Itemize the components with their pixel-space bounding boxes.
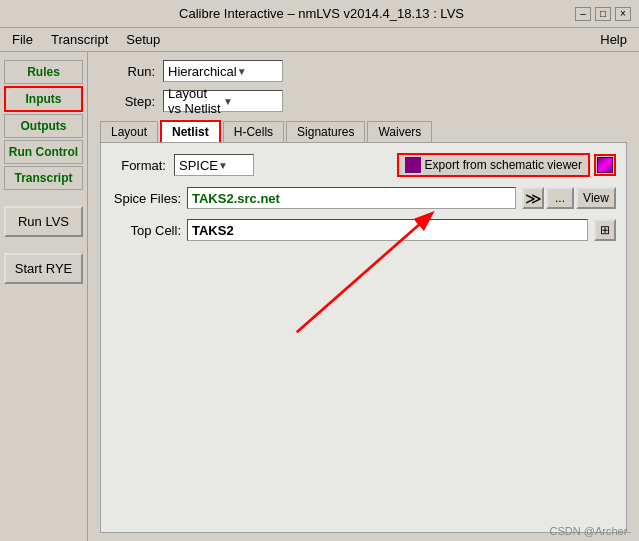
spice-browse-button[interactable]: ... xyxy=(546,187,574,209)
start-rye-button[interactable]: Start RYE xyxy=(4,253,83,284)
run-value: Hierarchical xyxy=(168,64,237,79)
sidebar: Rules Inputs Outputs Run Control Transcr… xyxy=(0,52,88,541)
step-select[interactable]: Layout vs Netlist ▼ xyxy=(163,90,283,112)
tab-netlist[interactable]: Netlist xyxy=(160,120,221,142)
export-img-inner xyxy=(597,157,613,173)
sidebar-item-inputs[interactable]: Inputs xyxy=(4,86,83,112)
menu-items: File Transcript Setup xyxy=(4,30,168,49)
restore-button[interactable]: □ xyxy=(595,7,611,21)
minimize-button[interactable]: – xyxy=(575,7,591,21)
tab-hcells[interactable]: H-Cells xyxy=(223,121,284,142)
spice-input[interactable] xyxy=(187,187,516,209)
format-row: Format: SPICE ▼ Export from schematic vi… xyxy=(111,153,616,177)
sidebar-separator xyxy=(4,192,83,200)
export-group: Export from schematic viewer xyxy=(397,153,616,177)
tab-layout[interactable]: Layout xyxy=(100,121,158,142)
annotation-arrow xyxy=(251,193,471,343)
spice-row: Spice Files: ≫ ... View xyxy=(111,187,616,209)
sidebar-item-transcript[interactable]: Transcript xyxy=(4,166,83,190)
main-layout: Rules Inputs Outputs Run Control Transcr… xyxy=(0,52,639,541)
run-label: Run: xyxy=(100,64,155,79)
tab-waivers[interactable]: Waivers xyxy=(367,121,432,142)
step-label: Step: xyxy=(100,94,155,109)
format-left: Format: SPICE ▼ xyxy=(111,154,254,176)
format-value: SPICE xyxy=(179,158,218,173)
topcell-browse-button[interactable]: ⊞ xyxy=(594,219,616,241)
menu-file[interactable]: File xyxy=(4,30,41,49)
tab-bar: Layout Netlist H-Cells Signatures Waiver… xyxy=(100,120,627,142)
menu-bar: File Transcript Setup Help xyxy=(0,28,639,52)
export-schematic-icon xyxy=(405,157,421,173)
menu-setup[interactable]: Setup xyxy=(118,30,168,49)
sidebar-item-run-control[interactable]: Run Control xyxy=(4,140,83,164)
spice-controls: ≫ ... View xyxy=(522,187,616,209)
window-title: Calibre Interactive – nmLVS v2014.4_18.1… xyxy=(68,6,575,21)
run-lvs-button[interactable]: Run LVS xyxy=(4,206,83,237)
spice-view-button[interactable]: View xyxy=(576,187,616,209)
window-controls[interactable]: – □ × xyxy=(575,7,631,21)
content-area: Run: Hierarchical ▼ Step: Layout vs Netl… xyxy=(88,52,639,541)
run-row: Run: Hierarchical ▼ xyxy=(100,60,627,82)
export-img-button[interactable] xyxy=(594,154,616,176)
title-bar: Calibre Interactive – nmLVS v2014.4_18.1… xyxy=(0,0,639,28)
close-button[interactable]: × xyxy=(615,7,631,21)
run-select[interactable]: Hierarchical ▼ xyxy=(163,60,283,82)
tab-signatures[interactable]: Signatures xyxy=(286,121,365,142)
sidebar-item-rules[interactable]: Rules xyxy=(4,60,83,84)
step-row: Step: Layout vs Netlist ▼ xyxy=(100,90,627,112)
tab-panel-netlist: Format: SPICE ▼ Export from schematic vi… xyxy=(100,142,627,533)
menu-transcript[interactable]: Transcript xyxy=(43,30,116,49)
sidebar-item-outputs[interactable]: Outputs xyxy=(4,114,83,138)
format-select[interactable]: SPICE ▼ xyxy=(174,154,254,176)
watermark: CSDN @Archer- xyxy=(550,525,631,537)
topcell-row: Top Cell: ⊞ xyxy=(111,219,616,241)
step-value: Layout vs Netlist xyxy=(168,86,223,116)
export-button[interactable]: Export from schematic viewer xyxy=(397,153,590,177)
menu-help[interactable]: Help xyxy=(592,30,635,49)
step-dropdown-arrow: ▼ xyxy=(223,96,278,107)
spice-dropdown-button[interactable]: ≫ xyxy=(522,187,544,209)
tab-container: Layout Netlist H-Cells Signatures Waiver… xyxy=(100,120,627,533)
topcell-input[interactable] xyxy=(187,219,588,241)
topcell-label: Top Cell: xyxy=(111,223,181,238)
spice-label: Spice Files: xyxy=(111,191,181,206)
run-dropdown-arrow: ▼ xyxy=(237,66,278,77)
sidebar-separator-2 xyxy=(4,239,83,247)
export-label: Export from schematic viewer xyxy=(425,158,582,172)
format-label: Format: xyxy=(111,158,166,173)
format-dropdown-arrow: ▼ xyxy=(218,160,249,171)
